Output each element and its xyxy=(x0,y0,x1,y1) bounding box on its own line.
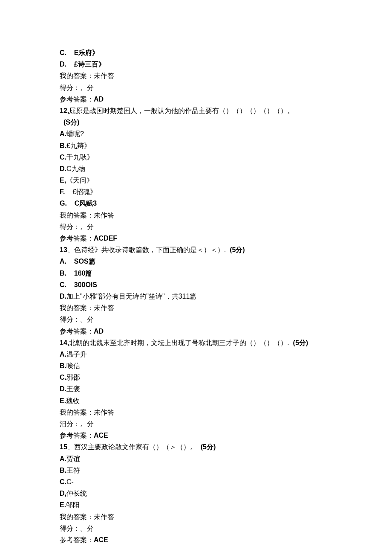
option-text: 贾谊 xyxy=(66,455,80,462)
score-line: 得分：。分 xyxy=(60,82,332,93)
option-label: C. xyxy=(60,374,66,381)
points-text: (5分) xyxy=(293,339,308,346)
ref-label: 参考答案： xyxy=(60,235,94,242)
points-line: (S分) xyxy=(60,116,332,128)
option-label: A. xyxy=(60,258,66,265)
option-b: B.王符 xyxy=(60,465,332,476)
option-c: C.C- xyxy=(60,476,332,488)
option-text: 蟠呢? xyxy=(66,130,84,137)
score-line: 得分：。分 xyxy=(60,523,332,534)
option-d: D,仲长统 xyxy=(60,488,332,499)
option-text: 邹阳 xyxy=(66,501,80,509)
stem-text: 北朝的北魏末至北齐时期，文坛上出现了号称北朝三才子的（）（）（）. xyxy=(69,339,289,346)
option-c: C. E乐府》 xyxy=(60,47,332,58)
option-label: B. xyxy=(60,362,66,369)
option-label: D. xyxy=(60,165,66,172)
option-a: A.蟠呢? xyxy=(60,128,332,139)
option-a: A.贾谊 xyxy=(60,453,332,465)
ref-value: AD xyxy=(94,328,104,335)
option-label: A. xyxy=(60,351,66,358)
option-label: A. xyxy=(60,130,66,137)
option-text: 加上"小雅"部分有目无诗的"笙诗"，共311篇 xyxy=(66,293,196,300)
option-label: A. xyxy=(60,455,66,462)
option-text: 温子升 xyxy=(66,351,87,358)
option-e: E,《天问》 xyxy=(60,174,332,186)
option-text: E乐府》 xyxy=(74,49,99,56)
stem-text: 、色诗经》共收录诗歌篇数，下面正确的是＜）＜）. xyxy=(67,246,226,253)
option-e: E.魏收 xyxy=(60,395,332,407)
points-text: (5分) xyxy=(230,246,245,253)
option-label: E, xyxy=(60,177,66,184)
option-c: C.邪邵 xyxy=(60,372,332,383)
option-a: A. SOS篇 xyxy=(60,256,332,267)
option-label: C. xyxy=(60,281,66,288)
option-text: 千九耿》 xyxy=(66,154,94,161)
score-line: 得分：。分 xyxy=(60,314,332,325)
ref-value: ACE xyxy=(94,536,108,543)
option-d: D. £诗三百》 xyxy=(60,58,332,70)
option-b: B. 160篇 xyxy=(60,267,332,279)
stem-text: 、西汉主要政论散文作家有（）（＞（）。 xyxy=(67,443,197,450)
option-f: F. £招魂》 xyxy=(60,186,332,198)
ref-answer: 参考答案：ACE xyxy=(60,430,332,441)
option-b: B.£九辩》 xyxy=(60,140,332,151)
option-label: E. xyxy=(60,501,66,509)
question-14: 14,北朝的北魏末至北齐时期，文坛上出现了号称北朝三才子的（）（）（）. (5分… xyxy=(60,337,332,442)
ref-value: ACE xyxy=(94,432,108,439)
option-label: D, xyxy=(60,490,66,497)
option-text: 300OiS xyxy=(74,281,97,288)
points-text: (S分) xyxy=(63,119,79,126)
score-line: 汨分：。分 xyxy=(60,418,332,430)
option-text: C- xyxy=(66,478,74,485)
ref-label: 参考答案： xyxy=(60,96,94,103)
question-11-tail: C. E乐府》 D. £诗三百》 我的答案：未作答 得分：。分 参考答案：AD xyxy=(60,47,332,105)
option-b: B.唉信 xyxy=(60,360,332,372)
question-13: 13、色诗经》共收录诗歌篇数，下面正确的是＜）＜）. (5分) A. SOS篇 … xyxy=(60,244,332,337)
option-label: F. xyxy=(60,188,65,195)
question-number: 13 xyxy=(60,246,67,253)
question-stem: 13、色诗经》共收录诗歌篇数，下面正确的是＜）＜）. (5分) xyxy=(60,244,332,256)
option-label: C. xyxy=(60,478,66,485)
option-label: B. xyxy=(60,270,66,277)
option-text: 魏收 xyxy=(66,397,80,404)
option-text: £九辩》 xyxy=(66,142,91,149)
option-a: A.温子升 xyxy=(60,349,332,360)
option-text: 邪邵 xyxy=(66,374,80,381)
option-label: D. xyxy=(60,61,66,68)
my-answer: 我的答案：未作答 xyxy=(60,511,332,523)
option-label: G. xyxy=(60,200,67,207)
option-text: 160篇 xyxy=(74,270,92,277)
option-label: D. xyxy=(60,293,66,300)
question-stem: 15、西汉主要政论散文作家有（）（＞（）。 (5分) xyxy=(60,441,332,453)
option-text: C九物 xyxy=(66,165,85,172)
question-stem: 14,北朝的北魏末至北齐时期，文坛上出现了号称北朝三才子的（）（）（）. (5分… xyxy=(60,337,332,349)
question-12: 12,屈原是战国时期楚国人，一般认为他的作品主要有（）（）（）（）（）。 (S分… xyxy=(60,105,332,244)
option-text: 仲长统 xyxy=(66,490,87,497)
option-text: 王褒 xyxy=(66,385,80,392)
stem-text: 屈原是战国时期楚国人，一般认为他的作品主要有（）（）（）（）（）。 xyxy=(69,107,294,114)
question-number: 14, xyxy=(60,339,69,346)
option-label: B. xyxy=(60,467,66,474)
option-c: C.千九耿》 xyxy=(60,151,332,163)
points-text: (5分) xyxy=(201,443,216,450)
ref-answer: 参考答案：ACDEF xyxy=(60,232,332,244)
ref-answer: 参考答案：ACE xyxy=(60,534,332,546)
option-text: 唉信 xyxy=(66,362,80,369)
my-answer: 我的答案：未作答 xyxy=(60,302,332,314)
option-g: G. C风赋3 xyxy=(60,198,332,209)
option-label: D. xyxy=(60,385,66,392)
option-text: C风赋3 xyxy=(75,200,97,207)
option-text: SOS篇 xyxy=(74,258,95,265)
option-d: D.C九物 xyxy=(60,163,332,174)
ref-value: AD xyxy=(94,96,104,103)
option-label: C. xyxy=(60,154,66,161)
score-line: 得分：。分 xyxy=(60,221,332,232)
question-stem: 12,屈原是战国时期楚国人，一般认为他的作品主要有（）（）（）（）（）。 xyxy=(60,105,332,116)
ref-label: 参考答案： xyxy=(60,432,94,439)
ref-label: 参考答案： xyxy=(60,328,94,335)
option-text: 王符 xyxy=(66,467,80,474)
question-number: 12, xyxy=(60,107,69,114)
option-d: D.加上"小雅"部分有目无诗的"笙诗"，共311篇 xyxy=(60,291,332,302)
ref-answer: 参考答案：AD xyxy=(60,325,332,337)
option-text: £诗三百》 xyxy=(74,61,105,68)
